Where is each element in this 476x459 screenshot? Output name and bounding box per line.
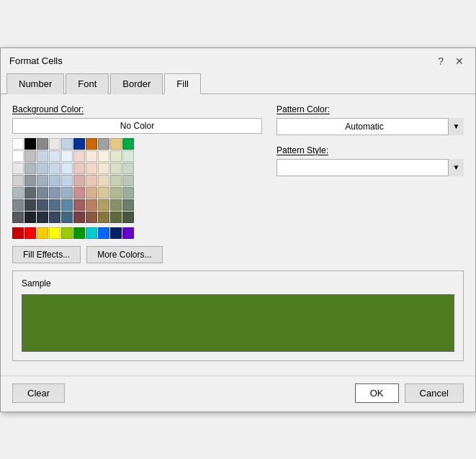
- color-cell[interactable]: [37, 175, 48, 186]
- pattern-color-dropdown[interactable]: Automatic: [277, 118, 464, 135]
- more-colors-button[interactable]: More Colors...: [86, 246, 162, 263]
- color-cell[interactable]: [86, 199, 97, 211]
- extra-color-cell[interactable]: [24, 227, 36, 239]
- color-cell[interactable]: [122, 163, 134, 174]
- title-bar-controls: ? ✕: [435, 54, 467, 68]
- color-cell[interactable]: [122, 187, 134, 199]
- color-cell[interactable]: [86, 187, 97, 199]
- cancel-button[interactable]: Cancel: [405, 383, 464, 403]
- color-cell[interactable]: [24, 163, 36, 174]
- color-cell[interactable]: [122, 138, 134, 150]
- color-cell[interactable]: [73, 212, 85, 223]
- extra-color-cell[interactable]: [98, 227, 109, 239]
- color-cell[interactable]: [122, 150, 134, 162]
- color-cell[interactable]: [49, 175, 60, 186]
- color-cell[interactable]: [37, 187, 48, 199]
- color-cell[interactable]: [98, 163, 109, 174]
- color-cell[interactable]: [61, 138, 73, 150]
- color-cell[interactable]: [61, 163, 73, 174]
- color-cell[interactable]: [98, 138, 109, 150]
- color-cell[interactable]: [86, 175, 97, 186]
- color-cell[interactable]: [122, 199, 134, 211]
- tab-fill[interactable]: Fill: [164, 73, 201, 94]
- color-row: [12, 199, 262, 211]
- color-cell[interactable]: [110, 212, 122, 223]
- color-cell[interactable]: [12, 175, 24, 186]
- color-cell[interactable]: [86, 163, 97, 174]
- color-cell[interactable]: [98, 150, 109, 162]
- color-cell[interactable]: [73, 163, 85, 174]
- color-cell[interactable]: [12, 138, 24, 150]
- ok-button[interactable]: OK: [355, 383, 399, 403]
- sample-label: Sample: [22, 278, 454, 288]
- color-cell[interactable]: [12, 212, 24, 223]
- color-cell[interactable]: [73, 138, 85, 150]
- color-cell[interactable]: [110, 199, 122, 211]
- color-cell[interactable]: [49, 187, 60, 199]
- color-cell[interactable]: [110, 163, 122, 174]
- color-cell[interactable]: [49, 199, 60, 211]
- close-button[interactable]: ✕: [452, 54, 467, 68]
- color-cell[interactable]: [12, 199, 24, 211]
- color-cell[interactable]: [24, 187, 36, 199]
- color-cell[interactable]: [61, 187, 73, 199]
- extra-color-cell[interactable]: [49, 227, 60, 239]
- color-grid: [12, 138, 262, 223]
- color-cell[interactable]: [37, 199, 48, 211]
- extra-color-cell[interactable]: [73, 227, 85, 239]
- color-cell[interactable]: [61, 199, 73, 211]
- color-cell[interactable]: [98, 199, 109, 211]
- color-cell[interactable]: [98, 212, 109, 223]
- color-cell[interactable]: [49, 150, 60, 162]
- color-cell[interactable]: [86, 150, 97, 162]
- color-cell[interactable]: [73, 150, 85, 162]
- color-cell[interactable]: [98, 175, 109, 186]
- color-cell[interactable]: [73, 199, 85, 211]
- color-cell[interactable]: [49, 212, 60, 223]
- color-cell[interactable]: [37, 212, 48, 223]
- color-cell[interactable]: [86, 138, 97, 150]
- color-cell[interactable]: [122, 212, 134, 223]
- help-button[interactable]: ?: [435, 54, 446, 68]
- color-cell[interactable]: [12, 150, 24, 162]
- extra-color-cell[interactable]: [110, 227, 122, 239]
- color-cell[interactable]: [61, 212, 73, 223]
- color-cell[interactable]: [73, 187, 85, 199]
- extra-color-cell[interactable]: [37, 227, 48, 239]
- color-cell[interactable]: [24, 199, 36, 211]
- extra-color-cell[interactable]: [86, 227, 97, 239]
- sample-box: [22, 294, 454, 352]
- color-cell[interactable]: [37, 138, 48, 150]
- color-cell[interactable]: [37, 150, 48, 162]
- color-cell[interactable]: [110, 187, 122, 199]
- tab-font[interactable]: Font: [66, 73, 109, 94]
- color-cell[interactable]: [61, 175, 73, 186]
- color-cell[interactable]: [49, 163, 60, 174]
- color-cell[interactable]: [24, 150, 36, 162]
- color-cell[interactable]: [24, 138, 36, 150]
- color-cell[interactable]: [49, 138, 60, 150]
- extra-color-cell[interactable]: [122, 227, 134, 239]
- color-row: [12, 138, 262, 150]
- color-cell[interactable]: [12, 187, 24, 199]
- clear-button[interactable]: Clear: [12, 383, 65, 403]
- pattern-style-dropdown[interactable]: [277, 159, 464, 176]
- fill-effects-button[interactable]: Fill Effects...: [12, 246, 81, 263]
- color-cell[interactable]: [61, 150, 73, 162]
- tab-border[interactable]: Border: [110, 73, 163, 94]
- color-cell[interactable]: [86, 212, 97, 223]
- color-cell[interactable]: [98, 187, 109, 199]
- color-cell[interactable]: [12, 163, 24, 174]
- extra-color-cell[interactable]: [12, 227, 24, 239]
- extra-color-cell[interactable]: [61, 227, 73, 239]
- tab-number[interactable]: Number: [6, 73, 64, 94]
- color-cell[interactable]: [37, 163, 48, 174]
- color-cell[interactable]: [122, 175, 134, 186]
- no-color-button[interactable]: No Color: [12, 118, 262, 134]
- color-cell[interactable]: [73, 175, 85, 186]
- color-cell[interactable]: [110, 175, 122, 186]
- color-cell[interactable]: [110, 138, 122, 150]
- color-cell[interactable]: [110, 150, 122, 162]
- color-cell[interactable]: [24, 175, 36, 186]
- color-cell[interactable]: [24, 212, 36, 223]
